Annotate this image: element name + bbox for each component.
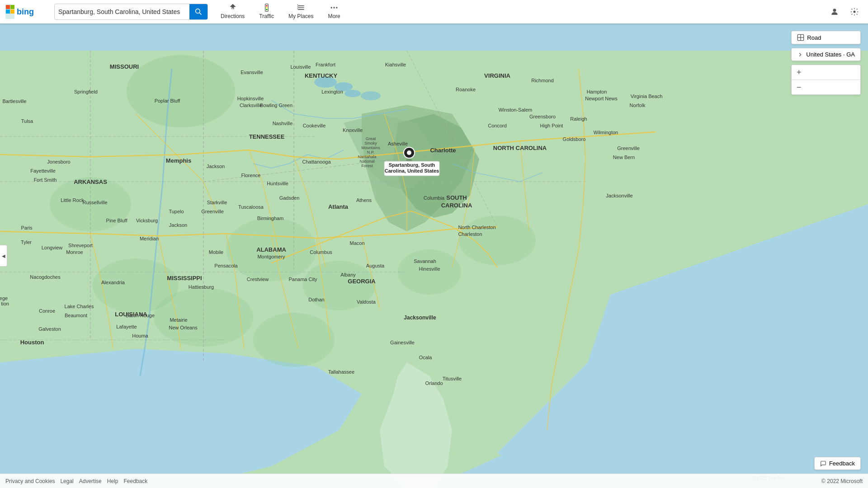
svg-point-26 — [253, 313, 335, 367]
sidebar-toggle[interactable]: ◀ — [0, 245, 7, 267]
svg-text:ALABAMA: ALABAMA — [256, 246, 286, 253]
svg-text:Cookeville: Cookeville — [303, 123, 326, 128]
svg-text:Jacksonville: Jacksonville — [404, 314, 436, 321]
svg-text:Titusville: Titusville — [443, 376, 462, 381]
svg-point-24 — [459, 216, 536, 265]
feedback-bottom-link[interactable]: Feedback — [123, 478, 147, 484]
svg-point-30 — [361, 91, 381, 100]
svg-text:KENTUCKY: KENTUCKY — [305, 72, 338, 79]
svg-text:GEORGIA: GEORGIA — [348, 278, 376, 285]
road-button-label: Road — [807, 34, 821, 41]
svg-text:Lafayette: Lafayette — [116, 324, 137, 329]
svg-rect-3 — [6, 9, 10, 14]
svg-text:Concord: Concord — [488, 123, 507, 128]
svg-text:Hattiesburg: Hattiesburg — [189, 284, 214, 290]
svg-text:Athens: Athens — [356, 197, 372, 203]
svg-text:Orlando: Orlando — [425, 380, 443, 386]
svg-text:bing: bing — [17, 7, 34, 16]
svg-rect-2 — [10, 5, 14, 9]
settings-button[interactable] — [846, 4, 863, 20]
svg-text:Frankfort: Frankfort — [316, 62, 335, 67]
nav-more-label: More — [328, 13, 340, 19]
svg-text:Kiahsville: Kiahsville — [385, 62, 406, 67]
svg-text:Monroe: Monroe — [66, 249, 83, 255]
advertise-link[interactable]: Advertise — [79, 478, 102, 484]
svg-point-9 — [266, 5, 267, 6]
svg-text:Chattanooga: Chattanooga — [302, 159, 331, 164]
svg-text:Charlotte: Charlotte — [430, 147, 456, 154]
nav-more[interactable]: More — [321, 0, 347, 23]
zoom-in-button[interactable]: + — [792, 65, 806, 80]
svg-text:Tuscaloosa: Tuscaloosa — [238, 204, 264, 210]
nav-directions[interactable]: Directions — [213, 0, 252, 23]
svg-text:Springfield: Springfield — [74, 89, 98, 94]
feedback-button[interactable]: Feedback — [814, 457, 861, 470]
svg-text:VIRGINIA: VIRGINIA — [484, 72, 510, 79]
search-box[interactable]: Spartanburg, South Carolina, United Stat… — [54, 4, 208, 20]
nav-traffic[interactable]: Traffic — [252, 0, 281, 23]
help-link[interactable]: Help — [107, 478, 118, 484]
svg-point-29 — [344, 90, 361, 97]
svg-text:Gainesville: Gainesville — [390, 340, 415, 345]
svg-text:Longview: Longview — [42, 245, 63, 250]
svg-text:Alexandria: Alexandria — [101, 280, 125, 285]
svg-text:Knoxville: Knoxville — [343, 127, 363, 133]
nav-my-places[interactable]: My Places — [281, 0, 321, 23]
svg-text:ege: ege — [0, 296, 8, 301]
map-container[interactable]: MISSOURI Springfield KENTUCKY Lexington … — [0, 23, 868, 488]
privacy-link[interactable]: Privacy and Cookies — [5, 478, 55, 484]
bing-logo[interactable]: bing — [5, 5, 49, 19]
svg-text:Nashville: Nashville — [273, 121, 293, 126]
location-breadcrumb[interactable]: United States · GA — [791, 48, 861, 61]
svg-text:Winston-Salem: Winston-Salem — [499, 107, 533, 113]
road-view-button[interactable]: Road — [791, 31, 861, 44]
svg-text:Memphis: Memphis — [166, 157, 191, 164]
svg-text:Russellville: Russellville — [82, 200, 107, 205]
svg-text:Ocala: Ocala — [419, 355, 433, 360]
zoom-out-button[interactable]: − — [792, 80, 806, 94]
svg-text:Richmond: Richmond — [531, 78, 554, 83]
svg-point-23 — [93, 258, 179, 313]
svg-text:North Charleston: North Charleston — [458, 225, 495, 230]
svg-point-15 — [833, 9, 836, 12]
svg-text:Atlanta: Atlanta — [328, 203, 349, 210]
user-account-button[interactable] — [826, 4, 843, 20]
svg-text:Starkville: Starkville — [207, 200, 227, 205]
svg-text:Hinesville: Hinesville — [419, 266, 440, 272]
collapse-arrow-icon: ◀ — [2, 253, 5, 258]
svg-point-11 — [266, 9, 267, 10]
svg-text:Goldsboro: Goldsboro — [563, 136, 586, 142]
legal-link[interactable]: Legal — [60, 478, 73, 484]
svg-text:MISSOURI: MISSOURI — [110, 63, 139, 70]
svg-text:Macon: Macon — [349, 240, 364, 246]
svg-text:Lexington: Lexington — [321, 89, 343, 94]
svg-text:tion: tion — [1, 301, 9, 306]
svg-text:Spartanburg, South: Spartanburg, South — [389, 162, 435, 168]
svg-text:Metairie: Metairie — [170, 317, 187, 323]
svg-text:Huntsville: Huntsville — [267, 181, 288, 186]
svg-text:NORTH CAROLINA: NORTH CAROLINA — [493, 145, 547, 151]
search-button[interactable] — [189, 4, 208, 19]
search-input[interactable]: Spartanburg, South Carolina, United Stat… — [55, 8, 189, 15]
feedback-icon — [820, 460, 826, 467]
svg-rect-1 — [6, 5, 10, 9]
svg-point-25 — [398, 249, 461, 295]
zoom-controls: + − — [791, 65, 861, 95]
svg-text:Fayetteville: Fayetteville — [30, 168, 56, 174]
svg-text:Forest: Forest — [361, 164, 373, 168]
svg-text:Columbus: Columbus — [310, 249, 332, 255]
svg-text:Louisville: Louisville — [290, 64, 311, 70]
svg-text:Tyler: Tyler — [21, 239, 32, 245]
nav-traffic-label: Traffic — [259, 13, 274, 19]
svg-point-12 — [331, 7, 332, 8]
svg-text:Asheville: Asheville — [388, 141, 408, 146]
svg-text:Beaumont: Beaumont — [65, 313, 87, 318]
svg-text:Pensacola: Pensacola — [214, 263, 238, 268]
topbar: bing Spartanburg, South Carolina, United… — [0, 0, 868, 23]
svg-text:New Bern: New Bern — [613, 155, 635, 160]
svg-text:N.P.: N.P. — [367, 150, 374, 155]
nav-my-places-label: My Places — [288, 13, 313, 19]
svg-text:Jonesboro: Jonesboro — [47, 159, 70, 164]
svg-rect-4 — [10, 9, 14, 14]
svg-text:Greenville: Greenville — [617, 145, 640, 151]
